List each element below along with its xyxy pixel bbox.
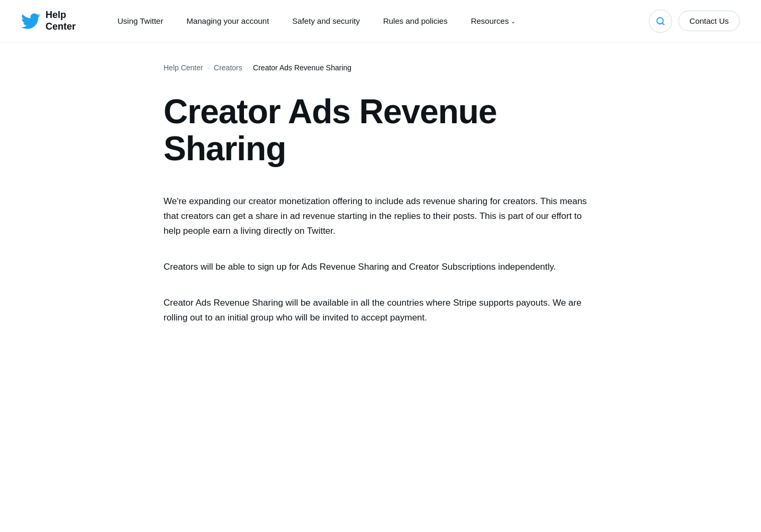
breadcrumb-current: Creator Ads Revenue Sharing <box>253 63 351 72</box>
search-icon <box>656 16 665 26</box>
site-logo[interactable]: HelpCenter <box>21 10 106 32</box>
page-title: Creator Ads Revenue Sharing <box>164 93 597 168</box>
nav-item-managing-account[interactable]: Managing your account <box>175 16 280 25</box>
nav-item-rules-policies[interactable]: Rules and policies <box>372 16 459 25</box>
breadcrumb-separator-2: › <box>247 64 249 72</box>
main-nav: Using Twitter Managing your account Safe… <box>106 16 649 25</box>
breadcrumb: Help Center › Creators › Creator Ads Rev… <box>164 63 597 72</box>
breadcrumb-link-help-center[interactable]: Help Center <box>164 63 203 72</box>
header-actions: Contact Us <box>649 10 740 33</box>
breadcrumb-link-creators[interactable]: Creators <box>214 63 242 72</box>
nav-item-resources[interactable]: Resources ⌄ <box>459 16 528 25</box>
nav-item-using-twitter[interactable]: Using Twitter <box>106 16 175 25</box>
paragraph-2: Creators will be able to sign up for Ads… <box>164 260 597 274</box>
main-content: Help Center › Creators › Creator Ads Rev… <box>142 63 619 325</box>
twitter-bird-icon <box>21 12 40 31</box>
content-section-3: Creator Ads Revenue Sharing will be avai… <box>164 296 597 325</box>
breadcrumb-separator-1: › <box>207 64 210 72</box>
site-header: HelpCenter Using Twitter Managing your a… <box>0 0 761 42</box>
logo-text: HelpCenter <box>46 10 76 32</box>
content-section-1: We're expanding our creator monetization… <box>164 194 597 239</box>
contact-us-button[interactable]: Contact Us <box>678 11 740 31</box>
svg-line-1 <box>662 23 664 24</box>
search-button[interactable] <box>649 10 672 33</box>
paragraph-3: Creator Ads Revenue Sharing will be avai… <box>164 296 597 325</box>
paragraph-1: We're expanding our creator monetization… <box>164 194 597 239</box>
content-section-2: Creators will be able to sign up for Ads… <box>164 260 597 274</box>
chevron-down-icon: ⌄ <box>511 18 515 25</box>
nav-item-safety-security[interactable]: Safety and security <box>280 16 372 25</box>
